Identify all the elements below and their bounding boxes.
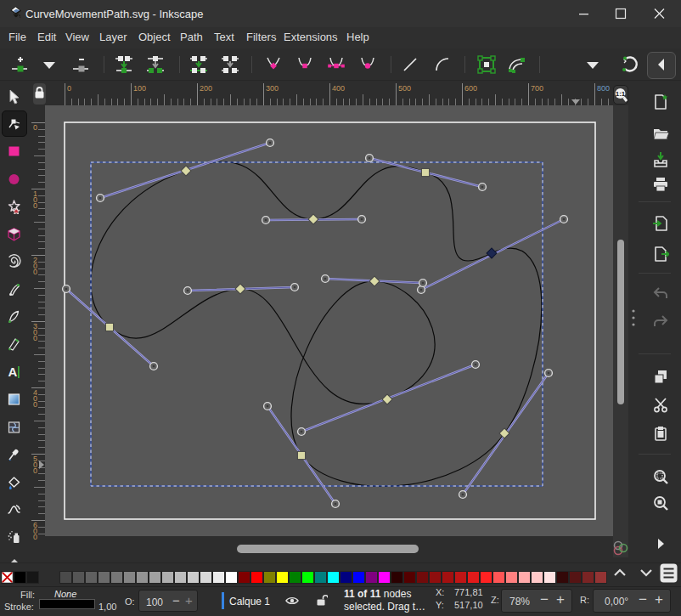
svg-text:A: A xyxy=(8,365,18,379)
svg-text:1:1: 1:1 xyxy=(616,90,626,98)
